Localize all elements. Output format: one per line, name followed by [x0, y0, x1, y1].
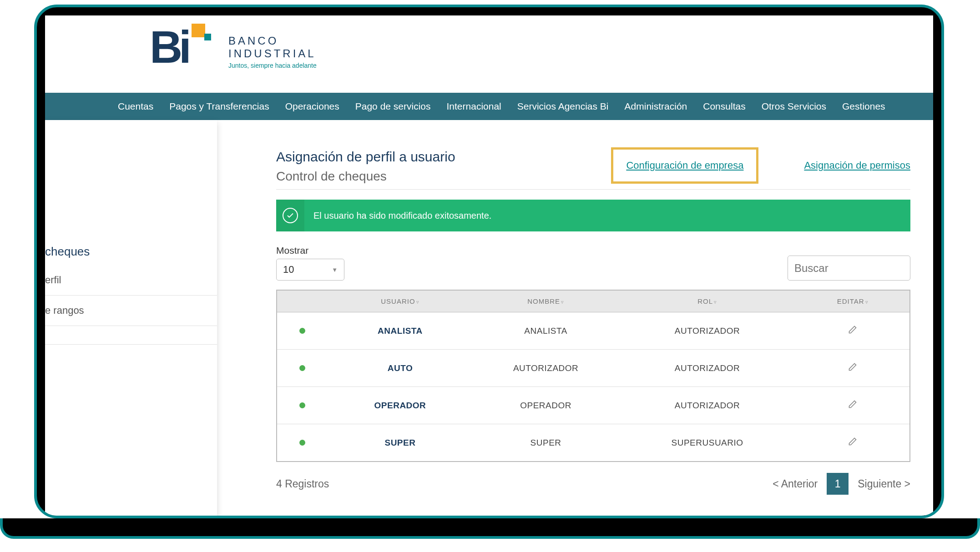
- sidebar-item-empty[interactable]: [45, 326, 217, 345]
- nav-pago-servicios[interactable]: Pago de servicios: [355, 101, 431, 112]
- sidebar: cheques erfil e rangos: [45, 120, 217, 516]
- edit-cell[interactable]: [796, 312, 910, 350]
- sidebar-item-rangos[interactable]: e rangos: [45, 296, 217, 326]
- brand-tagline: Juntos, siempre hacia adelante: [228, 62, 317, 69]
- rol-cell: AUTORIZADOR: [619, 350, 796, 387]
- page-header: Asignación de perfil a usuario Control d…: [276, 147, 910, 190]
- th-nombre[interactable]: NOMBRE▿: [473, 290, 619, 312]
- nav-administracion[interactable]: Administración: [625, 101, 687, 112]
- nav-cuentas[interactable]: Cuentas: [118, 101, 153, 112]
- body: cheques erfil e rangos Asignación de per…: [45, 120, 933, 516]
- nav-gestiones[interactable]: Gestiones: [842, 101, 885, 112]
- usuario-cell[interactable]: OPERADOR: [327, 387, 473, 424]
- nombre-cell: OPERADOR: [473, 387, 619, 424]
- usuario-cell[interactable]: ANALISTA: [327, 312, 473, 350]
- main-content: Asignación de perfil a usuario Control d…: [217, 120, 933, 516]
- table-controls: Mostrar 10 ▼: [276, 245, 910, 281]
- link-configuracion-empresa[interactable]: Configuración de empresa: [626, 160, 743, 171]
- logo-letter-b: B: [150, 21, 180, 73]
- table-body: ANALISTAANALISTAAUTORIZADORAUTOAUTORIZAD…: [277, 312, 910, 462]
- status-dot-icon: [299, 402, 305, 408]
- table-row: SUPERSUPERSUPERUSUARIO: [277, 424, 910, 462]
- page-size-value: 10: [283, 264, 294, 276]
- sort-icon: ▿: [561, 299, 564, 305]
- usuario-cell[interactable]: SUPER: [327, 424, 473, 462]
- brand-logo: B i BANCO INDUSTRIAL Juntos, siempre hac…: [150, 25, 933, 70]
- sort-icon: ▿: [416, 299, 419, 305]
- sort-icon: ▿: [865, 299, 869, 305]
- status-dot-icon: [299, 328, 305, 334]
- status-dot-icon: [299, 440, 305, 446]
- table-header: USUARIO▿ NOMBRE▿ ROL▿ EDITAR▿: [277, 290, 910, 312]
- nav-pagos-transferencias[interactable]: Pagos y Transferencias: [169, 101, 269, 112]
- pager-next[interactable]: Siguiente >: [858, 478, 910, 490]
- pencil-icon: [848, 326, 857, 336]
- pager-prev[interactable]: < Anterior: [773, 478, 818, 490]
- th-usuario[interactable]: USUARIO▿: [327, 290, 473, 312]
- sidebar-section-title: cheques: [45, 238, 217, 265]
- main-nav: Cuentas Pagos y Transferencias Operacion…: [45, 93, 933, 120]
- logo-letter-i: i: [179, 21, 192, 73]
- chevron-down-icon: ▼: [332, 266, 338, 273]
- page-title: Asignación de perfil a usuario: [276, 149, 455, 165]
- page-titles: Asignación de perfil a usuario Control d…: [276, 149, 455, 184]
- nombre-cell: ANALISTA: [473, 312, 619, 350]
- nav-operaciones[interactable]: Operaciones: [285, 101, 339, 112]
- status-cell: [277, 350, 327, 387]
- highlighted-link-box: Configuración de empresa: [611, 147, 758, 184]
- sort-icon: ▿: [714, 299, 717, 305]
- usuario-cell[interactable]: AUTO: [327, 350, 473, 387]
- sidebar-item-perfil[interactable]: erfil: [45, 265, 217, 296]
- th-editar[interactable]: EDITAR▿: [796, 290, 910, 312]
- alert-message: El usuario ha sido modificado exitosamen…: [313, 211, 491, 221]
- table-footer: 4 Registros < Anterior 1 Siguiente >: [276, 473, 910, 495]
- search-input[interactable]: [788, 256, 910, 281]
- brand-line2: INDUSTRIAL: [228, 47, 317, 60]
- check-circle-icon: [283, 208, 298, 223]
- status-dot-icon: [299, 365, 305, 371]
- pencil-icon: [848, 364, 857, 373]
- nav-servicios-agencias[interactable]: Servicios Agencias Bi: [517, 101, 609, 112]
- th-rol[interactable]: ROL▿: [619, 290, 796, 312]
- pencil-icon: [848, 438, 857, 448]
- logo-accent-square-orange: [192, 24, 205, 37]
- edit-cell[interactable]: [796, 424, 910, 462]
- nav-otros-servicios[interactable]: Otros Servicios: [762, 101, 826, 112]
- pencil-icon: [848, 401, 857, 411]
- laptop-frame: B i BANCO INDUSTRIAL Juntos, siempre hac…: [34, 5, 944, 518]
- link-asignacion-permisos[interactable]: Asignación de permisos: [804, 160, 910, 171]
- page-subtitle: Control de cheques: [276, 169, 455, 184]
- users-table: USUARIO▿ NOMBRE▿ ROL▿ EDITAR▿ ANALISTAAN…: [276, 290, 910, 462]
- logo-mark: B i: [150, 25, 202, 70]
- page-size-select[interactable]: 10 ▼: [276, 259, 344, 281]
- record-count: 4 Registros: [276, 478, 329, 490]
- app-screen: B i BANCO INDUSTRIAL Juntos, siempre hac…: [45, 15, 933, 516]
- success-alert: El usuario ha sido modificado exitosamen…: [276, 200, 910, 231]
- laptop-base: [0, 518, 980, 539]
- nombre-cell: AUTORIZADOR: [473, 350, 619, 387]
- rol-cell: AUTORIZADOR: [619, 387, 796, 424]
- table-row: AUTOAUTORIZADORAUTORIZADOR: [277, 350, 910, 387]
- edit-cell[interactable]: [796, 350, 910, 387]
- status-cell: [277, 387, 327, 424]
- status-cell: [277, 312, 327, 350]
- mostrar-label: Mostrar: [276, 245, 344, 256]
- brand-text: BANCO INDUSTRIAL Juntos, siempre hacia a…: [228, 35, 317, 69]
- header: B i BANCO INDUSTRIAL Juntos, siempre hac…: [45, 15, 933, 93]
- th-status: [277, 290, 327, 312]
- nav-consultas[interactable]: Consultas: [703, 101, 745, 112]
- pager-current-page[interactable]: 1: [827, 473, 849, 495]
- rol-cell: SUPERUSUARIO: [619, 424, 796, 462]
- status-cell: [277, 424, 327, 462]
- page-size-control: Mostrar 10 ▼: [276, 245, 344, 281]
- table-row: ANALISTAANALISTAAUTORIZADOR: [277, 312, 910, 350]
- alert-icon-wrap: [276, 200, 304, 231]
- rol-cell: AUTORIZADOR: [619, 312, 796, 350]
- edit-cell[interactable]: [796, 387, 910, 424]
- nav-internacional[interactable]: Internacional: [447, 101, 501, 112]
- table-row: OPERADOROPERADORAUTORIZADOR: [277, 387, 910, 424]
- page-action-links: Configuración de empresa Asignación de p…: [611, 147, 910, 184]
- nombre-cell: SUPER: [473, 424, 619, 462]
- brand-line1: BANCO: [228, 35, 317, 47]
- pager: < Anterior 1 Siguiente >: [773, 473, 910, 495]
